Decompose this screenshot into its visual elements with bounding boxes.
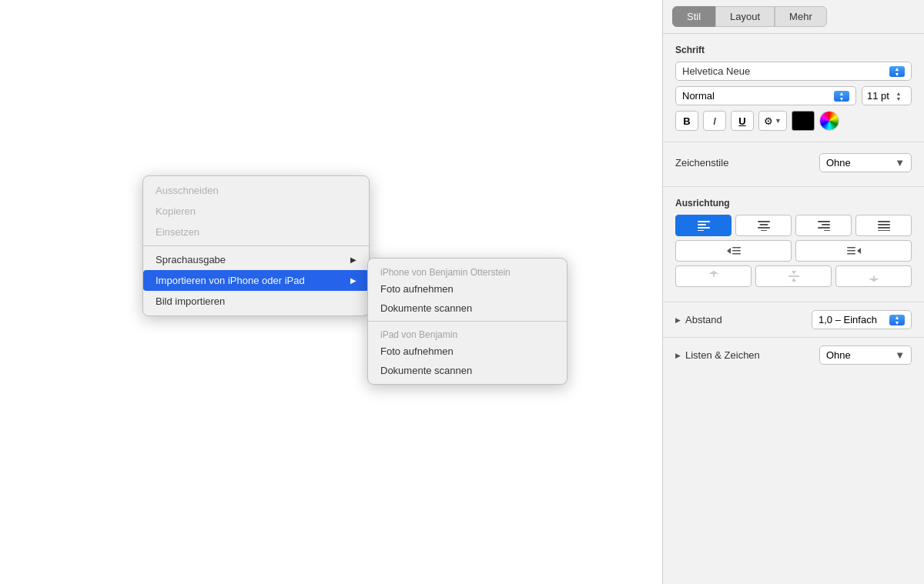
zeichenstile-label: Zeichenstile	[675, 157, 728, 169]
zeichenstile-section: Zeichenstile Ohne ▼	[663, 142, 924, 187]
svg-rect-6	[758, 227, 770, 229]
listen-selector[interactable]: Ohne ▼	[819, 345, 912, 365]
svg-rect-12	[878, 221, 890, 222]
abstand-left: ▶ Abstand	[675, 314, 722, 325]
ipad-foto-item[interactable]: Foto aufnehmen	[368, 342, 567, 361]
svg-rect-14	[878, 227, 890, 229]
color-wheel-button[interactable]	[819, 111, 839, 131]
svg-marker-28	[792, 278, 796, 282]
svg-rect-9	[822, 224, 830, 225]
font-name-selector[interactable]: Helvetica Neue	[675, 62, 912, 81]
abstand-selector[interactable]: 1,0 – Einfach	[812, 310, 912, 329]
zeichenstile-chevron-icon: ▼	[895, 157, 905, 169]
align-center-button[interactable]	[735, 215, 792, 236]
font-size-stepper[interactable]	[891, 91, 906, 102]
menu-item-kopieren[interactable]: Kopieren	[143, 201, 369, 222]
context-menu: Ausschneiden Kopieren Einsetzen Sprachau…	[142, 175, 370, 316]
font-style-selector[interactable]: Normal	[675, 86, 856, 105]
svg-rect-26	[788, 275, 799, 277]
svg-rect-1	[698, 224, 706, 225]
submenu: iPhone von Benjamin Otterstein Foto aufn…	[367, 258, 567, 385]
tab-layout[interactable]: Layout	[715, 6, 775, 27]
svg-rect-5	[759, 224, 768, 225]
svg-rect-0	[698, 221, 710, 222]
iphone-foto-item[interactable]: Foto aufnehmen	[368, 279, 567, 299]
abstand-row: ▶ Abstand 1,0 – Einfach	[675, 310, 912, 329]
italic-button[interactable]: I	[703, 111, 726, 131]
ipad-dokument-item[interactable]: Dokumente scannen	[368, 361, 567, 380]
abstand-value: 1,0 – Einfach	[819, 314, 877, 325]
panel-tabs: Stil Layout Mehr	[663, 0, 924, 34]
indent-decrease-button[interactable]	[675, 240, 792, 262]
gear-chevron-icon: ▼	[775, 117, 782, 125]
color-swatch[interactable]	[792, 111, 815, 131]
svg-rect-18	[732, 250, 741, 252]
right-panel: Stil Layout Mehr Schrift Helvetica Neue …	[662, 0, 924, 584]
font-size-box[interactable]: 11 pt	[862, 86, 912, 105]
svg-rect-8	[818, 221, 830, 222]
svg-rect-4	[758, 221, 770, 222]
listen-triangle-icon[interactable]: ▶	[675, 352, 681, 359]
font-name-stepper[interactable]	[889, 66, 905, 77]
font-style-row: Normal 11 pt	[675, 86, 912, 105]
align-row-3	[675, 265, 912, 287]
svg-marker-27	[792, 271, 796, 275]
align-row-2	[675, 240, 912, 262]
svg-rect-22	[847, 253, 855, 255]
tab-stil[interactable]: Stil	[672, 6, 715, 27]
font-style-stepper[interactable]	[834, 91, 849, 102]
svg-rect-15	[878, 230, 890, 231]
svg-rect-2	[698, 227, 710, 229]
submenu-separator	[368, 321, 567, 322]
valign-middle-button[interactable]	[755, 265, 832, 287]
svg-rect-10	[818, 227, 830, 229]
align-left-button[interactable]	[675, 215, 732, 236]
menu-item-sprachausgabe[interactable]: Sprachausgabe ▶	[143, 249, 369, 270]
font-size-value: 11 pt	[867, 90, 889, 102]
svg-rect-20	[847, 247, 855, 249]
gear-icon: ⚙	[764, 115, 773, 127]
importieren-arrow-icon: ▶	[350, 276, 357, 285]
valign-top-button[interactable]	[675, 265, 752, 287]
zeichenstile-selector[interactable]: Ohne ▼	[819, 153, 912, 172]
align-justify-button[interactable]	[855, 215, 912, 236]
tab-mehr[interactable]: Mehr	[775, 6, 827, 27]
abstand-stepper[interactable]	[889, 315, 905, 325]
format-row: B I U ⚙ ▼	[675, 111, 912, 131]
valign-bottom-button[interactable]	[835, 265, 912, 287]
abstand-triangle-icon[interactable]: ▶	[675, 316, 681, 324]
listen-chevron-icon: ▼	[895, 349, 905, 361]
svg-marker-23	[857, 248, 861, 254]
iphone-dokument-item[interactable]: Dokumente scannen	[368, 299, 567, 318]
indent-increase-button[interactable]	[795, 240, 912, 262]
gear-button[interactable]: ⚙ ▼	[758, 111, 787, 131]
iphone-group-header: iPhone von Benjamin Otterstein	[368, 262, 567, 279]
zeichenstile-value: Ohne	[826, 157, 851, 169]
svg-rect-21	[847, 250, 855, 252]
svg-rect-13	[878, 224, 890, 225]
svg-rect-7	[761, 230, 767, 231]
svg-rect-3	[698, 230, 704, 231]
schrift-label: Schrift	[675, 45, 912, 55]
listen-left: ▶ Listen & Zeichen	[675, 349, 760, 361]
menu-item-einsetzen[interactable]: Einsetzen	[143, 222, 369, 242]
align-right-button[interactable]	[795, 215, 852, 236]
font-style-value: Normal	[682, 90, 715, 102]
svg-marker-16	[727, 248, 731, 254]
menu-item-importieren[interactable]: Importieren von iPhone oder iPad ▶	[143, 270, 369, 291]
underline-button[interactable]: U	[731, 111, 754, 131]
submenu-arrow-icon: ▶	[350, 255, 357, 264]
listen-row: ▶ Listen & Zeichen Ohne ▼	[675, 345, 912, 365]
listen-value: Ohne	[826, 349, 851, 361]
svg-rect-17	[732, 247, 741, 249]
zeichenstile-row: Zeichenstile Ohne ▼	[675, 153, 912, 172]
svg-rect-19	[732, 253, 741, 255]
svg-rect-11	[824, 230, 830, 231]
listen-section: ▶ Listen & Zeichen Ohne ▼	[663, 337, 924, 372]
bold-button[interactable]: B	[675, 111, 698, 131]
ipad-group-header: iPad von Benjamin	[368, 325, 567, 342]
menu-item-bild[interactable]: Bild importieren	[143, 291, 369, 312]
menu-item-ausschneiden[interactable]: Ausschneiden	[143, 180, 369, 201]
ausrichtung-label: Ausrichtung	[675, 198, 912, 209]
ausrichtung-section: Ausrichtung	[663, 187, 924, 302]
